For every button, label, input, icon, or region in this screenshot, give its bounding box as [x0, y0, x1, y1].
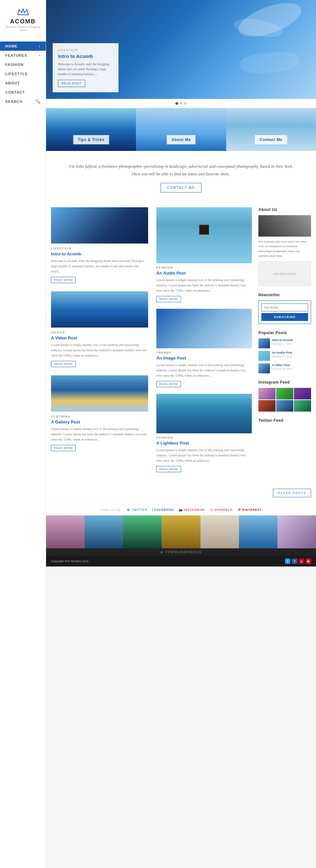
social-twitter-link[interactable]: 🐦 TWITTER — [127, 508, 147, 512]
post-3-img-pier — [51, 375, 148, 411]
facebook-label: FACEBOOK — [154, 508, 174, 512]
svg-marker-0 — [18, 9, 28, 15]
post-1-excerpt: Welcome to Acomb, truly the blogging the… — [51, 258, 148, 274]
social-instagram-link[interactable]: 📷 INSTAGRAM — [179, 508, 204, 512]
hero-slider: LIFESTYLE Intro to Acomb Welcome to Acom… — [46, 0, 316, 99]
bottom-youtube-icon[interactable]: ▶ — [306, 559, 311, 564]
contact-me-button[interactable]: CONTACT ME — [161, 183, 201, 192]
popular-post-title-2[interactable]: An Audio Post — [272, 351, 292, 354]
nav-link-lifestyle[interactable]: LIFESTYLE — [0, 69, 46, 79]
search-label: SEARCH — [5, 99, 35, 103]
mid-post-2: TRENDS An Image Post Lorem Ipsum is simp… — [156, 309, 252, 387]
post-2-title[interactable]: A Video Post — [51, 336, 148, 340]
mid-post-2-read-more[interactable]: READ MORE — [156, 381, 181, 387]
insta-thumb-1[interactable] — [258, 388, 276, 399]
nav-item-home[interactable]: HOME — [0, 41, 46, 51]
slider-dots — [46, 99, 316, 108]
popular-post-title-1[interactable]: Intro to Acomb — [272, 338, 293, 342]
nav-item-search[interactable]: SEARCH 🔍 — [0, 97, 46, 106]
post-2-image — [51, 291, 148, 328]
mid-post-1-read-more[interactable]: READ MORE — [156, 296, 181, 302]
nav-item-lifestyle[interactable]: LIFESTYLE — [0, 69, 46, 79]
instagram-section: Instagram Feed — [258, 380, 311, 411]
post-1-read-more[interactable]: READ MORE — [51, 277, 76, 283]
insta-thumb-4[interactable] — [258, 400, 276, 411]
find-us-label: Find us on: — [100, 508, 122, 512]
popular-thumb-2 — [258, 351, 270, 361]
popular-posts-title: Popular Posts — [258, 331, 311, 335]
bottom-twitter-icon[interactable]: t — [285, 559, 290, 564]
post-3-title[interactable]: A Gallery Post — [51, 420, 148, 425]
nav-item-fashion[interactable]: FASHION — [0, 60, 46, 69]
post-3-image — [51, 375, 148, 411]
popular-post-info-2: An Audio Post January 31, 2016 — [272, 351, 292, 358]
post-1-img-ocean — [51, 207, 148, 244]
social-dribbble-link[interactable]: ⚾ DRIBBBLE — [209, 508, 233, 512]
social-facebook-link[interactable]: f FACEBOOK — [152, 508, 174, 512]
popular-post-info-1: Intro to Acomb February 1, 2016 — [272, 338, 293, 345]
dot-2[interactable] — [180, 102, 182, 105]
mid-post-3-image — [156, 394, 252, 433]
post-3-read-more[interactable]: READ MORE — [51, 445, 76, 451]
bottom-facebook-icon[interactable]: f — [292, 559, 297, 564]
strip-2 — [84, 516, 123, 548]
dot-1[interactable] — [175, 102, 178, 105]
search-icon-button[interactable]: 🔍 — [35, 99, 40, 104]
post-2-category: ADVICE — [51, 331, 148, 334]
popular-post-date-1: February 1, 2016 — [272, 342, 293, 345]
popular-post-item-1: Intro to Acomb February 1, 2016 — [258, 338, 311, 348]
newsletter-title: Newsletter — [258, 292, 311, 297]
nav-link-home[interactable]: HOME — [0, 41, 46, 51]
nav-item-about[interactable]: ABOUT — [0, 79, 46, 88]
twitter-icon: 🐦 — [127, 508, 131, 512]
nav-item-contact[interactable]: CONTACT — [0, 88, 46, 97]
insta-thumb-3[interactable] — [294, 388, 311, 399]
category-about[interactable]: About Me — [136, 108, 226, 151]
hero-read-button[interactable]: READ POST — [58, 80, 85, 87]
hero-card: LIFESTYLE Intro to Acomb Welcome to Acom… — [52, 43, 118, 92]
subscribe-button[interactable]: SUBSCRIBE — [261, 313, 308, 321]
nav-link-features[interactable]: FEATURES — [0, 51, 46, 60]
twitter-label: TWITTER — [132, 508, 147, 512]
social-pinterest-link[interactable]: 📌 PINTEREST — [237, 508, 262, 512]
crown-icon — [16, 7, 30, 17]
mid-post-1-category: FASHION — [156, 266, 252, 269]
main-nav: HOME FEATURES FASHION LIFESTYLE ABOUT CO… — [0, 41, 46, 106]
nav-item-features[interactable]: FEATURES — [0, 51, 46, 60]
insta-thumb-2[interactable] — [276, 388, 293, 399]
mid-post-3-read-more[interactable]: READ MORE — [156, 466, 181, 472]
site-logo: ACOMB Beautiful, Nuanced Blogging Theme — [0, 7, 46, 37]
post-1-title[interactable]: Intro to Acomb — [51, 251, 148, 256]
insta-thumb-5[interactable] — [276, 400, 293, 411]
right-sidebar: About Us Sed ut perspiciatis unde omnis … — [255, 207, 311, 479]
nav-link-contact[interactable]: CONTACT — [0, 88, 46, 97]
intro-text: I'm John fulford, a freelance photograph… — [66, 162, 296, 178]
category-row: Tips & Tricks About Me Contact Me — [46, 108, 316, 151]
insta-thumb-6[interactable] — [294, 400, 311, 411]
mid-post-3-title[interactable]: A Lightbox Post — [156, 441, 252, 445]
post-3-excerpt: Lorem Ipsum is simply dummy text of the … — [51, 427, 148, 442]
post-card-2: ADVICE A Video Post Lorem Ipsum is simpl… — [51, 291, 148, 367]
instagram-icon: 📷 — [179, 508, 183, 512]
instagram-title: Instagram Feed — [258, 380, 311, 384]
category-tips[interactable]: Tips & Tricks — [46, 108, 136, 151]
blog-layout: LIFESTYLE Intro to Acomb Welcome to Acom… — [46, 201, 316, 486]
about-thumbnail — [258, 215, 311, 237]
mid-post-2-title[interactable]: An Image Post — [156, 355, 252, 361]
popular-post-title-3[interactable]: A Video Post — [272, 364, 292, 367]
mid-post-1-title[interactable]: An Audio Post — [156, 271, 252, 276]
dot-3[interactable] — [184, 102, 187, 105]
strip-6 — [239, 516, 278, 548]
hero-decoration-3 — [240, 50, 301, 75]
nav-link-fashion[interactable]: FASHION — [0, 60, 46, 69]
older-posts-button[interactable]: OLDER POSTS — [273, 489, 311, 497]
pinterest-label: PINTEREST — [242, 508, 262, 512]
category-contact[interactable]: Contact Me — [226, 108, 316, 151]
bottom-pinterest-icon[interactable]: p — [299, 559, 304, 564]
instagram-label: INSTAGRAM — [184, 508, 204, 512]
popular-post-date-2: January 31, 2016 — [272, 355, 292, 358]
email-input[interactable] — [261, 304, 308, 311]
mid-post-2-excerpt: Lorem Ipsum is simply dummy text of the … — [156, 363, 252, 378]
post-2-read-more[interactable]: READ MORE — [51, 361, 76, 367]
nav-link-about[interactable]: ABOUT — [0, 79, 46, 88]
